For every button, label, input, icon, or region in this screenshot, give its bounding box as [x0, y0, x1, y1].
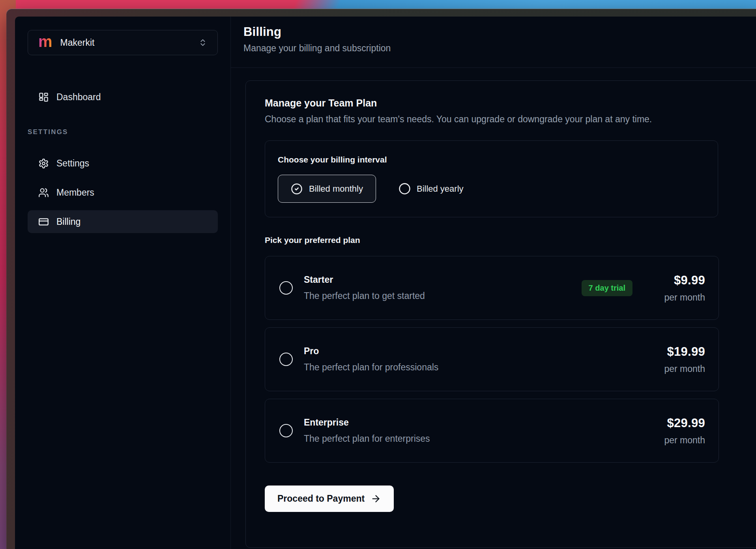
plan-name: Pro — [304, 346, 438, 357]
radio-icon[interactable] — [279, 424, 293, 437]
sidebar: m Makerkit Dashboard SETTINGS — [15, 17, 231, 549]
team-selector[interactable]: m Makerkit — [28, 30, 218, 55]
page-header: Billing Manage your billing and subscrip… — [231, 17, 756, 68]
sidebar-item-label: Billing — [56, 217, 80, 227]
arrow-right-icon — [371, 493, 381, 504]
card-title: Manage your Team Plan — [265, 97, 749, 109]
radio-icon[interactable] — [279, 353, 293, 366]
plan-description: The perfect plan for professionals — [304, 362, 438, 373]
sidebar-item-dashboard[interactable]: Dashboard — [28, 86, 218, 108]
plan-row-pro[interactable]: Pro The perfect plan for professionals $… — [265, 327, 719, 391]
plan-price: $19.99 — [667, 345, 705, 359]
sidebar-section-label: SETTINGS — [28, 128, 218, 136]
sidebar-nav: Dashboard SETTINGS Settings Members — [28, 86, 218, 233]
interval-option-monthly[interactable]: Billed monthly — [278, 175, 376, 203]
billing-interval-card: Choose your billing interval Billed mont… — [265, 140, 718, 217]
plan-period: per month — [664, 292, 705, 303]
plan-description: The perfect plan for enterprises — [304, 433, 430, 444]
app-window: m Makerkit Dashboard SETTINGS — [6, 9, 756, 549]
interval-option-label: Billed monthly — [309, 184, 363, 194]
plan-price: $9.99 — [674, 273, 705, 288]
main-content: Billing Manage your billing and subscrip… — [231, 17, 756, 549]
check-circle-icon — [291, 183, 303, 195]
plan-name: Enterprise — [304, 417, 430, 428]
plans-label: Pick your preferred plan — [265, 235, 749, 245]
sidebar-item-members[interactable]: Members — [28, 181, 218, 204]
radio-circle-icon — [399, 183, 411, 195]
page-title: Billing — [243, 25, 756, 39]
card-description: Choose a plan that fits your team's need… — [265, 114, 749, 125]
chevrons-up-down-icon — [198, 38, 207, 47]
trial-badge: 7 day trial — [582, 280, 632, 296]
plan-price-block: $29.99 per month — [652, 416, 705, 446]
plan-price-block: $19.99 per month — [652, 345, 705, 374]
interval-option-label: Billed yearly — [417, 184, 464, 194]
plan-text: Starter The perfect plan to get started — [304, 274, 425, 301]
plan-text: Pro The perfect plan for professionals — [304, 346, 438, 373]
plan-price-block: $9.99 per month — [652, 273, 705, 303]
sidebar-item-label: Settings — [56, 158, 89, 169]
sidebar-item-label: Members — [56, 187, 94, 198]
plans-list: Starter The perfect plan to get started … — [265, 256, 719, 463]
plan-row-starter[interactable]: Starter The perfect plan to get started … — [265, 256, 719, 320]
gear-icon — [38, 158, 49, 169]
plan-text: Enterprise The perfect plan for enterpri… — [304, 417, 430, 444]
radio-icon[interactable] — [279, 281, 293, 295]
sidebar-item-billing[interactable]: Billing — [28, 210, 218, 233]
dashboard-icon — [38, 92, 49, 103]
plan-price: $29.99 — [667, 416, 705, 430]
credit-card-icon — [38, 217, 49, 227]
page-subtitle: Manage your billing and subscription — [243, 43, 756, 54]
content-area: Manage your Team Plan Choose a plan that… — [231, 68, 756, 549]
sidebar-item-settings[interactable]: Settings — [28, 152, 218, 175]
proceed-to-payment-button[interactable]: Proceed to Payment — [265, 486, 394, 512]
team-plan-card: Manage your Team Plan Choose a plan that… — [245, 80, 756, 548]
makerkit-logo: m — [38, 34, 52, 49]
billing-interval-label: Choose your billing interval — [278, 155, 705, 164]
plan-row-enterprise[interactable]: Enterprise The perfect plan for enterpri… — [265, 399, 719, 463]
users-icon — [38, 187, 49, 198]
plan-period: per month — [664, 435, 705, 446]
interval-option-yearly[interactable]: Billed yearly — [399, 183, 464, 195]
plan-period: per month — [664, 364, 705, 374]
sidebar-item-label: Dashboard — [56, 92, 101, 103]
proceed-to-payment-label: Proceed to Payment — [277, 493, 365, 504]
plan-name: Starter — [304, 274, 425, 285]
billing-interval-options: Billed monthly Billed yearly — [278, 175, 705, 203]
plan-description: The perfect plan to get started — [304, 291, 425, 301]
team-name: Makerkit — [60, 37, 198, 48]
app-surface: m Makerkit Dashboard SETTINGS — [15, 17, 756, 549]
